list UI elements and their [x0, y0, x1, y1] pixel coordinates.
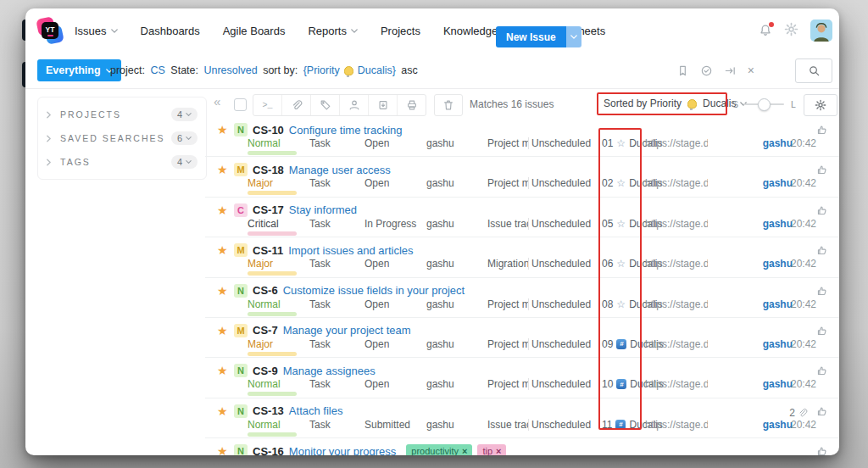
- field-state[interactable]: Open: [364, 137, 389, 149]
- field-updater-link[interactable]: gashu: [763, 218, 793, 230]
- field-subsystem[interactable]: Project manage: [487, 338, 529, 350]
- field-state[interactable]: Open: [364, 177, 389, 189]
- field-subsystem[interactable]: Issue tracking: [487, 419, 529, 431]
- delete-button[interactable]: [434, 94, 463, 116]
- field-state[interactable]: In Progress: [364, 218, 416, 230]
- field-subsystem[interactable]: Project manage: [487, 378, 529, 390]
- star-icon[interactable]: ★: [217, 204, 229, 216]
- move-to-button[interactable]: [369, 95, 398, 115]
- field-url[interactable]: https://stage.du: [645, 298, 708, 310]
- new-issue-label[interactable]: New Issue: [496, 26, 566, 47]
- search-button[interactable]: [795, 58, 832, 83]
- issue-id[interactable]: CS-16: [253, 445, 284, 455]
- nav-item-dashboards[interactable]: Dashboards: [141, 25, 200, 37]
- field-updater-link[interactable]: gashu: [763, 137, 793, 149]
- assignee-button[interactable]: [340, 95, 369, 115]
- list-settings-button[interactable]: [804, 94, 837, 116]
- field-updater-link[interactable]: gashu: [763, 258, 793, 270]
- attachments-indicator[interactable]: 2: [789, 407, 808, 419]
- star-icon[interactable]: ★: [217, 164, 229, 176]
- field-sprint[interactable]: Unscheduled: [531, 419, 591, 431]
- field-state[interactable]: Open: [364, 258, 389, 270]
- field-subsystem[interactable]: Project manage: [487, 298, 529, 310]
- field-subsystem[interactable]: Migration: [487, 258, 529, 270]
- star-icon[interactable]: ★: [217, 365, 229, 376]
- sorted-by-control[interactable]: Sorted by Priority Ducalis: [604, 98, 747, 109]
- issue-row[interactable]: ★ N CS-13 Attach files 2 Normal Task Sub…: [205, 398, 839, 438]
- field-state[interactable]: Open: [364, 338, 389, 350]
- field-priority[interactable]: Major: [248, 258, 273, 270]
- tag-remove-icon[interactable]: ×: [462, 446, 467, 455]
- field-sprint[interactable]: Unscheduled: [531, 137, 591, 149]
- youtrack-logo[interactable]: YT: [37, 18, 63, 43]
- field-type[interactable]: Task: [309, 378, 331, 390]
- search-scope-button[interactable]: Everything: [37, 59, 121, 81]
- issue-id[interactable]: CS-6: [253, 284, 278, 297]
- star-icon[interactable]: ★: [217, 244, 229, 256]
- clear-query-icon[interactable]: ×: [748, 64, 754, 76]
- issue-row[interactable]: ★ M CS-18 Manage user access Major Task …: [205, 157, 839, 197]
- tag-pill[interactable]: tip×: [477, 444, 506, 455]
- user-avatar[interactable]: [810, 20, 832, 42]
- field-state[interactable]: Submitted: [364, 419, 410, 431]
- field-assignee[interactable]: gashu: [426, 258, 454, 270]
- issue-row[interactable]: ★ M CS-11 Import issues and articles Maj…: [205, 237, 839, 277]
- command-dialog-button[interactable]: >_: [253, 95, 282, 115]
- field-subsystem[interactable]: Project manage: [487, 137, 529, 149]
- issue-row[interactable]: ★ N CS-6 Customize issue fields in your …: [205, 278, 839, 318]
- query-term-link[interactable]: {Priority: [303, 64, 340, 76]
- field-type[interactable]: Task: [309, 338, 331, 350]
- field-sprint[interactable]: Unscheduled: [531, 177, 591, 189]
- field-url[interactable]: https://stage.du: [645, 218, 708, 230]
- star-icon[interactable]: ★: [217, 445, 229, 455]
- tag-pill[interactable]: productivity×: [406, 444, 472, 455]
- star-icon[interactable]: ★: [217, 325, 229, 337]
- sidebar-item-count[interactable]: 4: [171, 155, 198, 169]
- field-subsystem[interactable]: Issue tracking: [487, 218, 529, 230]
- field-type[interactable]: Task: [309, 258, 331, 270]
- thumbs-up-icon[interactable]: [816, 445, 828, 455]
- field-priority[interactable]: Normal: [248, 419, 281, 431]
- field-sprint[interactable]: Unscheduled: [531, 338, 591, 350]
- field-type[interactable]: Task: [309, 218, 331, 230]
- field-updater-link[interactable]: gashu: [763, 177, 793, 189]
- search-query[interactable]: project: CS State: Unresolved sort by: {…: [110, 53, 418, 88]
- nav-item-reports[interactable]: Reports: [308, 25, 358, 37]
- field-priority[interactable]: Critical: [248, 218, 279, 230]
- star-icon[interactable]: ★: [217, 405, 229, 417]
- notifications-bell-icon[interactable]: [759, 24, 772, 37]
- field-assignee[interactable]: gashu: [426, 419, 454, 431]
- field-updater-link[interactable]: gashu: [763, 419, 793, 431]
- issue-title-link[interactable]: Monitor your progress: [289, 445, 396, 455]
- field-url[interactable]: https://stage.du: [645, 338, 708, 350]
- star-icon[interactable]: ★: [217, 124, 229, 136]
- nav-item-projects[interactable]: Projects: [381, 25, 420, 37]
- select-all-checkbox[interactable]: [234, 98, 247, 111]
- issue-row[interactable]: ★ N CS-16 Monitor your progress producti…: [205, 438, 839, 455]
- field-priority[interactable]: Major: [248, 338, 273, 350]
- issue-row[interactable]: ★ N CS-10 Configure time tracking Normal…: [205, 117, 839, 157]
- field-assignee[interactable]: gashu: [426, 137, 454, 149]
- collapse-all-icon[interactable]: «: [214, 94, 220, 109]
- field-state[interactable]: Open: [364, 378, 389, 390]
- field-url[interactable]: https://stage.du: [645, 177, 708, 189]
- field-priority[interactable]: Normal: [248, 137, 281, 149]
- field-sprint[interactable]: Unscheduled: [531, 378, 591, 390]
- field-assignee[interactable]: gashu: [426, 338, 454, 350]
- issue-id[interactable]: CS-17: [253, 203, 284, 216]
- nav-item-issues[interactable]: Issues: [75, 25, 118, 37]
- field-type[interactable]: Task: [309, 177, 331, 189]
- issue-id[interactable]: CS-18: [253, 164, 284, 176]
- star-icon[interactable]: ★: [217, 285, 229, 297]
- tag-button[interactable]: [311, 95, 340, 115]
- issue-row[interactable]: ★ C CS-17 Stay informed Critical Task In…: [205, 198, 839, 237]
- issue-title-link[interactable]: Customize issue fields in your project: [283, 284, 465, 297]
- issue-title-link[interactable]: Manage user access: [289, 164, 391, 176]
- field-sprint[interactable]: Unscheduled: [531, 218, 591, 230]
- field-url[interactable]: https://stage.du: [645, 137, 708, 149]
- issue-row[interactable]: ★ M CS-7 Manage your project team Major …: [205, 318, 839, 358]
- new-issue-dropdown[interactable]: [566, 26, 581, 47]
- issue-title-link[interactable]: Manage assignees: [283, 365, 376, 377]
- field-priority[interactable]: Normal: [248, 378, 281, 390]
- nav-item-agile-boards[interactable]: Agile Boards: [223, 25, 286, 37]
